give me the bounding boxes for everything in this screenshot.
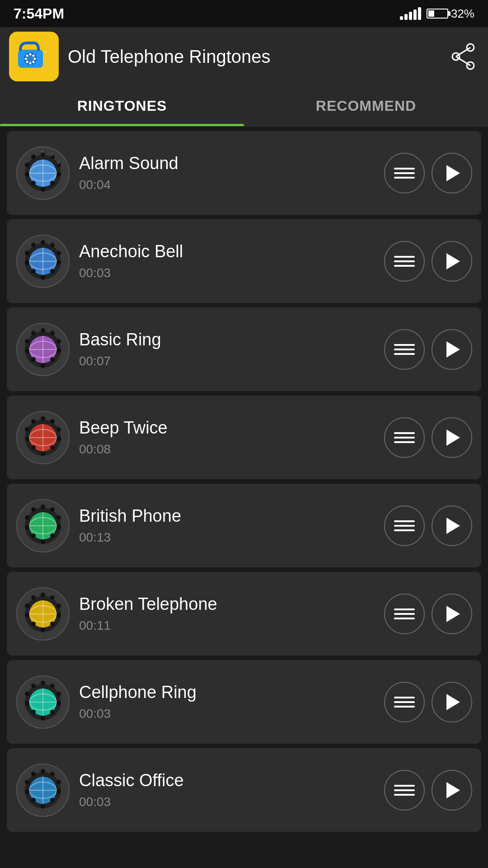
svg-point-109: [56, 604, 61, 608]
ringtone-thumbnail: [16, 410, 70, 465]
ringtone-controls: [384, 594, 472, 634]
svg-point-43: [41, 240, 45, 245]
ringtone-name: British Phone: [79, 506, 375, 526]
battery-icon: [427, 9, 448, 19]
svg-point-110: [56, 613, 61, 618]
ringtone-info: Cellphone Ring 00:03: [79, 683, 375, 721]
ringtone-info: Broken Telephone 00:11: [79, 594, 375, 633]
svg-point-126: [56, 701, 61, 706]
play-button[interactable]: [432, 241, 472, 282]
svg-point-9: [25, 58, 27, 60]
app-logo-icon: ♪ ♫: [14, 36, 54, 77]
svg-point-84: [31, 419, 36, 424]
svg-point-96: [41, 540, 45, 544]
svg-point-49: [31, 269, 36, 274]
play-icon: [446, 165, 460, 181]
menu-button[interactable]: [384, 153, 425, 193]
tab-ringtones[interactable]: RINGTONES: [0, 86, 244, 126]
svg-point-98: [25, 525, 29, 529]
ringtone-info: Basic Ring 00:07: [79, 330, 375, 368]
svg-point-45: [56, 251, 61, 255]
share-button[interactable]: [447, 41, 479, 72]
svg-point-80: [41, 452, 45, 456]
play-button[interactable]: [432, 682, 472, 722]
battery-indicator: 32%: [427, 7, 474, 21]
ringtone-info: Beep Twice 00:08: [79, 418, 375, 457]
play-button[interactable]: [432, 594, 472, 634]
svg-point-48: [41, 275, 45, 280]
svg-point-7: [29, 62, 32, 65]
list-item: Cellphone Ring 00:03: [7, 660, 481, 744]
svg-point-63: [50, 357, 55, 362]
list-item: Basic Ring 00:07: [7, 307, 481, 391]
svg-point-93: [56, 515, 61, 520]
menu-icon: [387, 697, 422, 708]
svg-text:2: 2: [51, 153, 53, 156]
menu-icon: [387, 168, 422, 179]
ringtone-thumbnail: 3 2 1: [16, 146, 70, 200]
svg-point-46: [56, 260, 61, 265]
svg-point-64: [41, 363, 45, 368]
svg-point-129: [31, 710, 36, 714]
battery-text: 32%: [451, 7, 474, 21]
play-button[interactable]: [432, 153, 472, 193]
svg-point-3: [29, 53, 32, 56]
svg-point-59: [41, 328, 45, 333]
svg-point-61: [56, 339, 61, 344]
menu-button[interactable]: [384, 329, 425, 370]
svg-point-95: [50, 533, 55, 538]
svg-point-100: [31, 507, 36, 512]
svg-point-79: [50, 445, 55, 450]
svg-point-116: [31, 595, 36, 600]
ringtone-name: Alarm Sound: [79, 154, 375, 173]
svg-text:3: 3: [42, 151, 43, 154]
svg-point-145: [31, 798, 36, 802]
ringtone-name: Basic Ring: [79, 330, 375, 349]
play-icon: [446, 429, 460, 446]
menu-button[interactable]: [384, 505, 425, 546]
svg-point-6: [33, 61, 35, 63]
play-button[interactable]: [432, 417, 472, 458]
ringtone-info: Classic Office 00:03: [79, 771, 375, 809]
ringtone-info: Alarm Sound 00:04: [79, 154, 375, 192]
play-button[interactable]: [432, 505, 472, 546]
menu-icon: [387, 609, 422, 619]
list-item: Beep Twice 00:08: [7, 396, 481, 479]
svg-point-99: [25, 515, 29, 520]
menu-button[interactable]: [384, 417, 425, 458]
svg-point-94: [56, 525, 61, 529]
ringtone-info: Anechoic Bell 00:03: [79, 242, 375, 280]
svg-point-8: [26, 61, 28, 63]
ringtone-duration: 00:03: [79, 707, 375, 721]
menu-button[interactable]: [384, 241, 425, 282]
share-icon: [450, 43, 477, 70]
svg-point-68: [31, 331, 36, 335]
svg-text:1: 1: [57, 161, 59, 165]
app-logo: ♪ ♫: [9, 32, 59, 81]
svg-point-52: [31, 243, 36, 247]
menu-icon: [387, 520, 422, 531]
play-button[interactable]: [432, 770, 472, 811]
play-icon: [446, 606, 460, 622]
menu-button[interactable]: [384, 770, 425, 811]
ringtone-name: Classic Office: [79, 771, 375, 790]
menu-button[interactable]: [384, 682, 425, 722]
tab-recommend[interactable]: RECOMMEND: [244, 86, 488, 126]
play-icon: [446, 518, 460, 534]
play-button[interactable]: [432, 329, 472, 370]
svg-point-33: [31, 155, 36, 159]
svg-point-62: [56, 349, 61, 353]
svg-point-67: [25, 339, 29, 344]
svg-point-139: [41, 769, 45, 774]
ringtone-thumbnail: [16, 234, 70, 288]
menu-button[interactable]: [384, 594, 425, 634]
app-title: Old Telephone Ringtones: [68, 47, 438, 67]
svg-point-128: [41, 716, 45, 721]
ringtone-controls: [384, 682, 472, 722]
svg-point-32: [25, 163, 29, 167]
svg-point-31: [25, 172, 29, 177]
svg-point-91: [41, 505, 45, 509]
svg-point-65: [31, 357, 36, 362]
app-header: ♪ ♫ Old Telephone Ringtones: [0, 27, 488, 86]
svg-point-123: [41, 681, 45, 685]
